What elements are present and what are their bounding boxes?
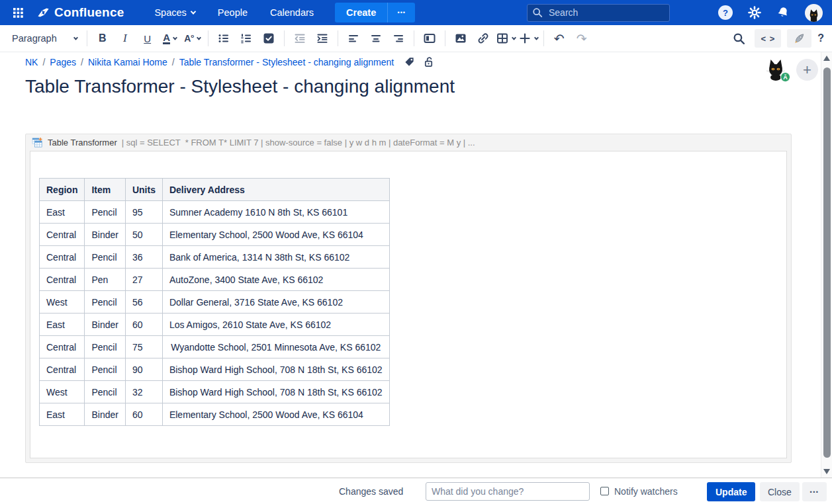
units-cell[interactable]: 90	[125, 358, 162, 381]
rocket-addon-button[interactable]	[787, 29, 811, 48]
outdent-button[interactable]	[290, 28, 310, 48]
table-row[interactable]: Central Pencil 90 Bishop Ward High Schoo…	[40, 358, 390, 381]
address-cell[interactable]: Bishop Ward High School, 708 N 18th St, …	[162, 381, 389, 403]
address-cell[interactable]: Dollar General, 3716 State Ave, KS 66102	[162, 291, 389, 314]
table-row[interactable]: Central Pencil 75 Wyandotte School, 2501…	[40, 336, 390, 358]
column-header[interactable]: Units	[125, 179, 162, 201]
column-header[interactable]: Item	[85, 179, 125, 201]
underline-button[interactable]: U	[138, 28, 158, 48]
units-cell[interactable]: 27	[125, 269, 162, 291]
nav-calendars[interactable]: Calendars	[262, 3, 322, 22]
notify-watchers-label[interactable]: Notify watchers	[614, 478, 678, 504]
unlock-icon[interactable]	[423, 56, 434, 67]
macro-header[interactable]: Table Transformer | sql = SELECT * FROM …	[26, 134, 791, 151]
bold-button[interactable]: B	[93, 28, 113, 48]
region-cell[interactable]: East	[40, 314, 85, 336]
paragraph-style-dropdown[interactable]: Paragraph	[8, 28, 81, 48]
search-input[interactable]	[527, 4, 670, 22]
insert-table-button[interactable]	[496, 28, 516, 48]
address-cell[interactable]: Bishop Ward High School, 708 N 18th St, …	[162, 358, 389, 381]
units-cell[interactable]: 36	[125, 246, 162, 269]
more-formatting-button[interactable]: Ao	[183, 28, 203, 48]
item-cell[interactable]: Pencil	[85, 336, 125, 358]
find-replace-button[interactable]	[729, 28, 749, 48]
table-row[interactable]: East Binder 60 Los Amigos, 2610 State Av…	[40, 314, 390, 336]
scroll-down-arrow-icon[interactable]	[823, 469, 830, 474]
quick-add-button[interactable]: +	[796, 59, 818, 81]
region-cell[interactable]: Central	[40, 269, 85, 291]
region-cell[interactable]: Central	[40, 224, 85, 246]
italic-button[interactable]: I	[115, 28, 135, 48]
region-cell[interactable]: East	[40, 403, 85, 426]
address-cell[interactable]: Bank of America, 1314 N 38th St, KS 6610…	[162, 246, 389, 269]
align-center-button[interactable]	[366, 28, 386, 48]
table-row[interactable]: Central Pen 27 AutoZone, 3400 State Ave,…	[40, 269, 390, 291]
units-cell[interactable]: 75	[125, 336, 162, 358]
nav-spaces[interactable]: Spaces	[146, 3, 203, 22]
create-button[interactable]: Create	[335, 3, 387, 22]
units-cell[interactable]: 95	[125, 201, 162, 224]
item-cell[interactable]: Binder	[85, 224, 125, 246]
insert-more-content-button[interactable]	[518, 28, 538, 48]
units-cell[interactable]: 56	[125, 291, 162, 314]
table-row[interactable]: East Pencil 95 Sumner Academy 1610 N 8th…	[40, 201, 390, 224]
breadcrumb-space-link[interactable]: NK	[25, 57, 38, 67]
item-cell[interactable]: Pencil	[85, 246, 125, 269]
table-row[interactable]: Central Binder 50 Elementary School, 250…	[40, 224, 390, 246]
table-row[interactable]: Central Pencil 36 Bank of America, 1314 …	[40, 246, 390, 269]
units-cell[interactable]: 50	[125, 224, 162, 246]
nav-people[interactable]: People	[210, 3, 255, 22]
breadcrumb-home-link[interactable]: Nikita Kamai Home	[88, 57, 167, 67]
text-color-button[interactable]: A	[160, 28, 180, 48]
item-cell[interactable]: Pencil	[85, 381, 125, 403]
breadcrumb-pages-link[interactable]: Pages	[50, 57, 76, 67]
item-cell[interactable]: Binder	[85, 403, 125, 426]
table-row[interactable]: West Pencil 32 Bishop Ward High School, …	[40, 381, 390, 403]
editor-help-button[interactable]: ?	[817, 32, 824, 44]
table-row[interactable]: West Pencil 56 Dollar General, 3716 Stat…	[40, 291, 390, 314]
numbered-list-button[interactable]	[236, 28, 256, 48]
navbar-more-button[interactable]: •••	[387, 3, 415, 22]
user-avatar[interactable]	[805, 4, 823, 22]
notifications-bell-icon[interactable]	[776, 6, 790, 19]
update-button[interactable]: Update	[707, 482, 755, 501]
settings-gear-icon[interactable]	[748, 6, 761, 19]
indent-button[interactable]	[312, 28, 332, 48]
align-left-button[interactable]	[344, 28, 363, 48]
units-cell[interactable]: 60	[125, 314, 162, 336]
scroll-up-arrow-icon[interactable]	[823, 56, 830, 61]
insert-link-button[interactable]	[473, 28, 493, 48]
item-cell[interactable]: Pen	[85, 269, 125, 291]
column-header[interactable]: Delivery Address	[162, 179, 389, 201]
breadcrumb-page-link[interactable]: Table Transformer - Stylesheet - changin…	[179, 57, 394, 67]
region-cell[interactable]: West	[40, 381, 85, 403]
app-switcher-icon[interactable]	[9, 4, 26, 21]
help-icon[interactable]: ?	[718, 5, 733, 20]
confluence-brand[interactable]: Confluence	[37, 5, 124, 20]
task-list-button[interactable]	[259, 28, 279, 48]
version-comment-input[interactable]	[426, 482, 590, 501]
contributor-avatar[interactable]: Ā	[764, 57, 788, 81]
vertical-scrollbar[interactable]	[821, 52, 832, 478]
address-cell[interactable]: Sumner Academy 1610 N 8th St, KS 66101	[162, 201, 389, 224]
address-cell[interactable]: Elementary School, 2500 Wood Ave, KS 661…	[162, 403, 389, 426]
redo-button[interactable]: ↷	[572, 28, 592, 48]
undo-button[interactable]: ↶	[549, 28, 569, 48]
footer-more-button[interactable]: •••	[802, 482, 827, 501]
region-cell[interactable]: Central	[40, 336, 85, 358]
align-right-button[interactable]	[389, 28, 408, 48]
close-button[interactable]: Close	[760, 482, 800, 501]
source-editor-button[interactable]: < >	[755, 29, 781, 48]
page-title[interactable]: Table Transformer - Stylesheet - changin…	[25, 76, 455, 97]
scrollbar-thumb[interactable]	[823, 67, 831, 458]
column-header[interactable]: Region	[40, 179, 85, 201]
address-cell[interactable]: Los Amigos, 2610 State Ave, KS 66102	[162, 314, 389, 336]
address-cell[interactable]: AutoZone, 3400 State Ave, KS 66102	[162, 269, 389, 291]
table-transformer-macro[interactable]: Table Transformer | sql = SELECT * FROM …	[25, 134, 792, 463]
table-row[interactable]: East Binder 60 Elementary School, 2500 W…	[40, 403, 390, 426]
region-cell[interactable]: Central	[40, 358, 85, 381]
units-cell[interactable]: 32	[125, 381, 162, 403]
item-cell[interactable]: Pencil	[85, 358, 125, 381]
delivery-table[interactable]: Region Item Units Delivery Address East …	[39, 178, 390, 426]
region-cell[interactable]: West	[40, 291, 85, 314]
